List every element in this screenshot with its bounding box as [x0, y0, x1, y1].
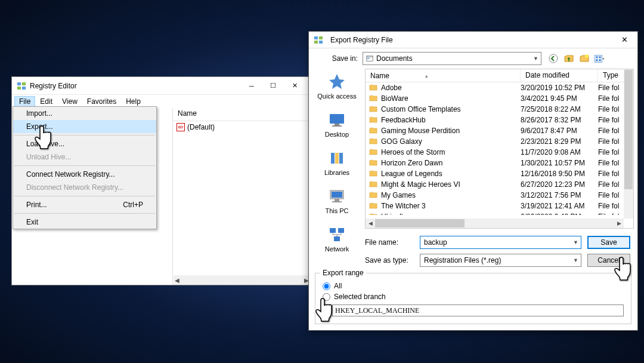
regedit-titlebar[interactable]: Registry Editor ─ ☐ ✕: [12, 77, 310, 95]
file-row[interactable]: Might & Magic Heroes VI6/27/2020 12:23 P…: [366, 179, 633, 190]
up-folder-icon[interactable]: [563, 53, 575, 64]
menu-view[interactable]: View: [57, 96, 82, 107]
list-header-name[interactable]: Name: [173, 108, 310, 121]
menu-edit[interactable]: Edit: [35, 96, 57, 107]
file-row[interactable]: League of Legends12/16/2018 9:50 PMFile …: [366, 168, 633, 179]
savein-combo[interactable]: Documents ▼: [363, 52, 541, 65]
file-row[interactable]: Ubisoft6/26/2020 9:42 PMFile fol: [366, 211, 633, 215]
menu-file[interactable]: File: [14, 96, 35, 107]
folder-icon: [369, 127, 378, 134]
file-row[interactable]: The Witcher 33/19/2021 12:41 AMFile fol: [366, 201, 633, 211]
regedit-title: Registry Editor: [30, 82, 241, 90]
svg-rect-24: [335, 199, 339, 201]
place-libraries[interactable]: Libraries: [313, 149, 361, 176]
svg-rect-21: [339, 153, 343, 164]
folder-icon: [369, 192, 378, 199]
svg-point-10: [585, 54, 589, 58]
svg-rect-23: [332, 192, 342, 198]
file-list[interactable]: Name▴ Date modified Type Adobe3/20/2019 …: [365, 69, 634, 229]
col-name[interactable]: Name▴: [366, 69, 521, 82]
file-row[interactable]: Custom Office Templates7/25/2018 8:22 AM…: [366, 104, 633, 115]
file-vscroll[interactable]: [624, 69, 633, 219]
file-row[interactable]: Horizon Zero Dawn1/30/2021 10:57 PMFile …: [366, 158, 633, 168]
menu-export[interactable]: Export...: [13, 120, 156, 133]
svg-rect-2: [17, 87, 21, 90]
svg-rect-17: [335, 124, 339, 125]
saveastype-combo[interactable]: Registration Files (*.reg)▼: [420, 254, 581, 267]
export-range-group: Export range All Selected branch: [315, 273, 631, 324]
svg-rect-18: [332, 125, 342, 127]
menu-disconnect-network: Disconnect Network Registry...: [13, 181, 156, 194]
branch-input[interactable]: [332, 304, 624, 316]
dialog-titlebar[interactable]: Export Registry File ✕: [309, 32, 637, 48]
svg-rect-19: [331, 153, 335, 164]
menu-connect-network[interactable]: Connect Network Registry...: [13, 168, 156, 181]
folder-icon: [369, 181, 378, 188]
save-button[interactable]: Save: [587, 236, 630, 249]
radio-selected-branch[interactable]: Selected branch: [323, 293, 624, 301]
file-row[interactable]: Heroes of the Storm11/7/2020 9:08 AMFile…: [366, 147, 633, 158]
folder-icon: [369, 202, 378, 210]
menu-load-hive[interactable]: Load Hive...: [13, 137, 156, 150]
minimize-button[interactable]: ─: [241, 78, 262, 94]
svg-rect-25: [332, 201, 342, 202]
place-desktop[interactable]: Desktop: [313, 110, 361, 138]
savein-label: Save in:: [316, 54, 363, 63]
dialog-icon: [314, 35, 323, 45]
svg-rect-20: [335, 153, 339, 164]
svg-rect-4: [314, 36, 318, 39]
place-quick-access[interactable]: Quick access: [313, 72, 361, 100]
folder-icon: [369, 84, 378, 91]
folder-icon: [369, 159, 378, 167]
menu-favorites[interactable]: Favorites: [82, 96, 121, 107]
svg-rect-15: [599, 59, 600, 61]
file-row[interactable]: BioWare3/4/2021 9:45 PMFile fol: [366, 93, 633, 104]
place-network[interactable]: Network: [313, 225, 361, 253]
registry-list-pane[interactable]: Name ab (Default): [173, 108, 310, 285]
file-menu-dropdown: Import... Export... Load Hive... Unload …: [13, 106, 157, 229]
svg-point-9: [549, 54, 558, 63]
folder-icon: [369, 213, 378, 215]
svg-rect-5: [319, 36, 323, 39]
view-menu-icon[interactable]: [594, 53, 606, 64]
folder-icon: [369, 149, 378, 156]
file-row[interactable]: GOG Galaxy2/23/2021 8:29 PMFile fol: [366, 136, 633, 147]
menu-import[interactable]: Import...: [13, 107, 156, 120]
svg-rect-8: [367, 58, 370, 59]
file-row[interactable]: Adobe3/20/2019 10:52 PMFile fol: [366, 82, 633, 93]
svg-rect-26: [330, 228, 336, 233]
folder-icon: [369, 95, 378, 102]
file-row[interactable]: FeedbackHub8/26/2017 8:32 PMFile fol: [366, 115, 633, 125]
col-date[interactable]: Date modified: [521, 69, 598, 82]
svg-rect-16: [330, 114, 344, 124]
menu-print[interactable]: Print...Ctrl+P: [13, 198, 156, 211]
radio-all[interactable]: All: [323, 282, 624, 290]
maximize-button[interactable]: ☐: [262, 78, 284, 94]
new-folder-icon[interactable]: [578, 53, 590, 64]
filename-input[interactable]: backup▼: [420, 236, 581, 249]
dialog-close-button[interactable]: ✕: [616, 33, 633, 47]
cancel-button[interactable]: Cancel: [587, 254, 630, 267]
value-default[interactable]: ab (Default): [173, 121, 310, 133]
menu-unload-hive: Unload Hive...: [13, 150, 156, 164]
place-this-pc[interactable]: This PC: [313, 187, 361, 214]
svg-rect-13: [599, 56, 600, 58]
close-button[interactable]: ✕: [284, 78, 305, 94]
menu-exit[interactable]: Exit: [13, 216, 156, 229]
horizontal-scrollbar[interactable]: ◀▶: [174, 275, 310, 285]
export-registry-dialog: Export Registry File ✕ Save in: Document…: [308, 31, 638, 331]
svg-rect-0: [17, 82, 21, 85]
file-hscroll[interactable]: ◀▶: [366, 219, 624, 228]
menu-help[interactable]: Help: [121, 96, 145, 107]
svg-rect-14: [596, 59, 597, 61]
string-value-icon: ab: [177, 123, 185, 131]
file-row[interactable]: Gaming Mouse Perdition9/6/2017 8:47 PMFi…: [366, 125, 633, 136]
folder-icon: [369, 138, 378, 145]
dialog-title: Export Registry File: [330, 36, 616, 44]
svg-rect-7: [319, 41, 323, 44]
svg-rect-27: [338, 228, 344, 233]
file-row[interactable]: My Games3/12/2021 7:56 PMFile fol: [366, 190, 633, 201]
back-icon[interactable]: [547, 53, 559, 64]
folder-icon: [369, 116, 378, 124]
saveastype-label: Save as type:: [365, 256, 420, 264]
